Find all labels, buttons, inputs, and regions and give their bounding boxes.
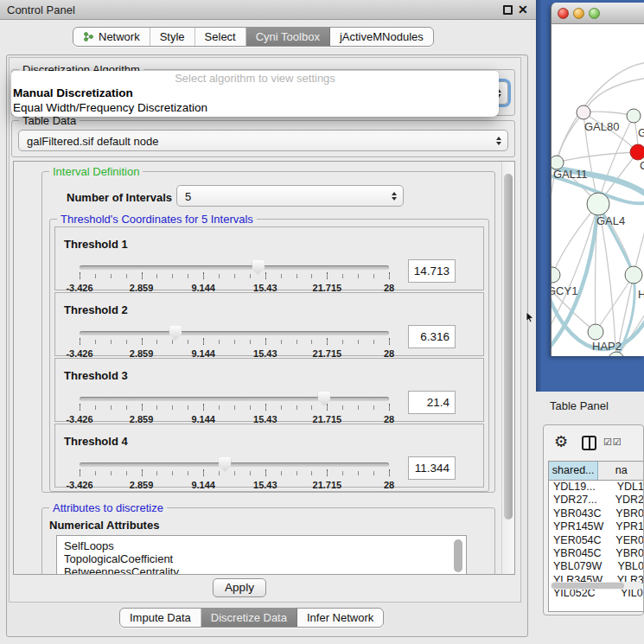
slider-tick-label: 28 (384, 480, 394, 490)
attribute-list-item[interactable]: TopologicalCoefficient (57, 552, 466, 565)
node-gal80[interactable] (577, 105, 590, 119)
close-traffic-light[interactable] (558, 8, 569, 19)
tab-infer-network[interactable]: Infer Network (297, 609, 383, 627)
tab-discretize-data[interactable]: Discretize Data (201, 609, 297, 627)
cell-name[interactable]: YDR2 (609, 494, 644, 507)
combobox-value: 5 (185, 189, 191, 202)
tab-label: Style (160, 28, 185, 46)
numerical-attributes-list[interactable]: SelfLoopsTopologicalCoefficientBetweenne… (56, 535, 467, 575)
cell-name[interactable]: YBL0 (611, 560, 644, 573)
attribute-list-item[interactable]: BetweennessCentrality (57, 565, 466, 575)
tab-style[interactable]: Style (150, 28, 195, 46)
tab-label: Cyni Toolbox (256, 28, 320, 46)
zoom-traffic-light[interactable] (589, 8, 600, 19)
threshold-label: Threshold 3 (64, 369, 128, 382)
cell-shared-name[interactable]: YDR27... (549, 494, 609, 507)
cell-shared-name[interactable]: YDL19... (549, 481, 611, 494)
table-row[interactable]: YER054CYER0 (549, 534, 644, 547)
threshold-slider[interactable] (80, 397, 389, 401)
cell-shared-name[interactable]: YPR145W (549, 520, 609, 533)
threshold-panel: Threshold 4 -3.4262.8599.14415.4321.7152… (54, 424, 484, 488)
threshold-value-field[interactable]: 21.4 (408, 391, 456, 414)
tab-label: Infer Network (307, 609, 373, 627)
attributes-to-discretize-group: Attributes to discretize Numerical Attri… (41, 507, 495, 575)
threshold-value-field[interactable]: 6.316 (408, 325, 456, 348)
table-row[interactable]: YBR043CYBR0 (549, 507, 644, 520)
slider-tick-label: 2.859 (130, 480, 154, 490)
node-label: GAL80 (584, 120, 619, 133)
dropdown-item-equal-width[interactable]: Equal Width/Frequency Discretization (11, 100, 499, 115)
table-row[interactable]: YDR27...YDR2 (549, 494, 644, 507)
gear-icon[interactable]: ⚙ (554, 433, 568, 450)
slider-minor-ticks (80, 471, 390, 475)
node-hap2[interactable] (588, 324, 603, 340)
apply-button[interactable]: Apply (213, 578, 266, 597)
slider-tick-label: 15.43 (253, 480, 277, 490)
threshold-value-field[interactable]: 14.713 (408, 259, 456, 283)
cell-shared-name[interactable]: YBR043C (549, 507, 609, 520)
tab-label: Discretize Data (211, 609, 287, 627)
attribute-list-item[interactable]: SelfLoops (57, 539, 466, 552)
node-label: GCY1 (552, 284, 577, 297)
threshold-value-field[interactable]: 11.344 (408, 456, 456, 480)
table-row[interactable]: YDL19...YDL1 (549, 481, 644, 494)
node-gcy1[interactable] (552, 267, 560, 283)
slider-tick-label: 9.144 (191, 480, 215, 490)
node-attribute-table: shared... na YDL19...YDL1YDR27...YDR2YBR… (548, 461, 644, 612)
node-top-right[interactable] (627, 109, 641, 123)
node-right-mid[interactable] (625, 266, 642, 284)
slider-scale-labels: -3.4262.8599.14415.4321.71528 (80, 480, 389, 491)
column-header-shared[interactable]: shared... (549, 462, 598, 480)
float-window-icon[interactable] (503, 5, 513, 15)
cell-name[interactable]: YER0 (609, 534, 644, 547)
scrollbar-thumb[interactable] (504, 174, 513, 520)
cell-name[interactable]: YDL1 (611, 481, 644, 494)
node-red-selected[interactable] (630, 144, 644, 160)
column-header-name[interactable]: na (598, 462, 644, 480)
algorithm-dropdown-popup: Select algorithm to view settings Manual… (11, 71, 499, 117)
table-row[interactable]: YPR145WYPR1 (549, 520, 644, 533)
dropdown-item-manual-discretization[interactable]: Manual Discretization (11, 86, 499, 100)
scrollbar-thumb[interactable] (552, 583, 624, 589)
network-canvas: GAL80 G C GAL11 GAL4 GCY1 H HAP2 (552, 24, 644, 356)
tab-jactivemnodules[interactable]: jActiveMNodules (330, 28, 433, 46)
slider-tick-label: -3.426 (66, 480, 92, 490)
number-of-intervals-combobox[interactable]: 5 (176, 185, 404, 207)
checkbox-filter-icons[interactable]: ☑☑ (603, 437, 622, 448)
slider-minor-ticks (80, 405, 390, 410)
dropdown-placeholder-item: Select algorithm to view settings (11, 71, 499, 86)
tab-select[interactable]: Select (195, 28, 246, 46)
threshold-label: Threshold 1 (64, 238, 128, 251)
cell-shared-name[interactable]: YBR045C (549, 547, 609, 560)
tab-label: Network (99, 28, 140, 46)
numerical-attributes-label: Numerical Attributes (49, 519, 159, 532)
threshold-slider[interactable] (80, 462, 389, 467)
cell-name[interactable]: YPR1 (609, 520, 644, 533)
horizontal-scrollbar[interactable] (551, 582, 642, 590)
tab-impute-data[interactable]: Impute Data (120, 609, 201, 627)
tab-network[interactable]: Network (73, 28, 150, 46)
column-layout-icon[interactable] (582, 436, 596, 450)
table-data-combobox[interactable]: galFiltered.sif default node (18, 130, 508, 151)
table-row[interactable]: YBL079WYBL0 (549, 560, 644, 573)
threshold-slider[interactable] (80, 331, 389, 335)
close-icon[interactable]: ✕ (518, 3, 528, 16)
tab-label: Impute Data (130, 609, 191, 627)
threshold-panel: Threshold 3 -3.4262.8599.14415.4321.7152… (54, 358, 484, 422)
tab-cyni-toolbox[interactable]: Cyni Toolbox (246, 28, 330, 46)
node-gal4[interactable] (587, 193, 609, 215)
threshold-slider[interactable] (80, 265, 389, 270)
cell-name[interactable]: YBR0 (609, 547, 644, 560)
cell-name[interactable]: YBR0 (609, 507, 644, 520)
vertical-scrollbar[interactable] (501, 162, 514, 574)
group-title: Interval Definition (49, 165, 143, 178)
cell-shared-name[interactable]: YBL079W (549, 560, 611, 573)
settings-scroll-viewport: Interval Definition Number of Intervals … (13, 161, 515, 575)
minimize-traffic-light[interactable] (573, 8, 584, 19)
slider-tick-label: 21.715 (313, 480, 342, 490)
list-scrollbar[interactable] (454, 539, 462, 572)
tab-label: Select (205, 28, 236, 46)
cell-shared-name[interactable]: YER054C (549, 534, 609, 547)
table-row[interactable]: YBR045CYBR0 (549, 547, 644, 560)
slider-minor-ticks (80, 340, 390, 344)
